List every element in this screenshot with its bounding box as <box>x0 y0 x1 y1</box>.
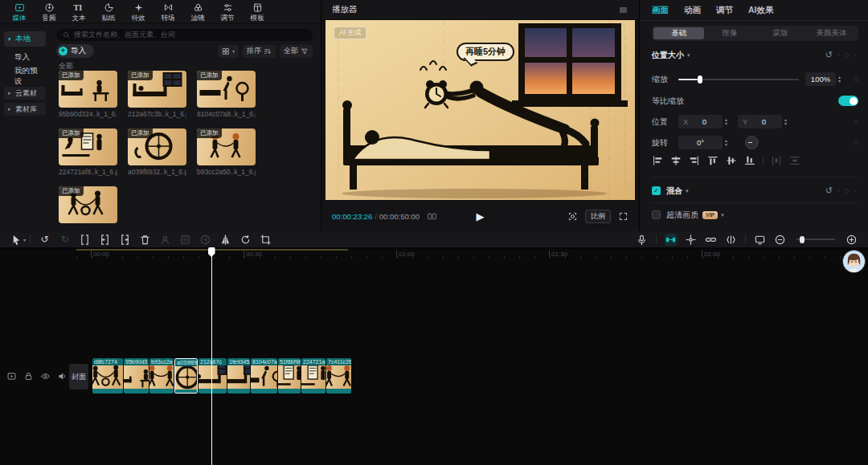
rotate-field[interactable]: 0° <box>678 136 723 149</box>
play-button[interactable]: ▶ <box>477 210 485 222</box>
subtab-抠像[interactable]: 抠像 <box>704 27 755 39</box>
timeline-clip-7c411c26[interactable]: 7c411c26 <box>326 358 351 394</box>
toolbar-item-transition[interactable]: 转场 <box>154 2 182 22</box>
toolbar-item-effects[interactable]: 特效 <box>124 2 153 22</box>
fullscreen-icon[interactable] <box>618 211 628 222</box>
y-stepper[interactable]: ▴▾ <box>784 118 787 126</box>
toolbar-item-media[interactable]: 媒体 <box>5 2 34 22</box>
preview-axis-icon[interactable] <box>725 234 737 246</box>
video-track-icon[interactable] <box>6 371 17 381</box>
filter-button[interactable]: 全部 <box>280 45 313 58</box>
align-middle-vertical-icon[interactable] <box>726 155 737 166</box>
toolbar-item-filter[interactable]: 滤镜 <box>183 2 212 22</box>
x-stepper[interactable]: ▴▾ <box>725 118 727 126</box>
sidebar-item-素材库[interactable]: ▸素材库 <box>4 103 46 116</box>
tab-画面[interactable]: 画面 <box>652 5 669 16</box>
align-left-icon[interactable] <box>652 155 663 166</box>
cover-button[interactable]: 封面 <box>69 364 88 390</box>
zoom-out-icon[interactable] <box>774 234 786 246</box>
reset-icon[interactable]: ↺ <box>825 186 833 195</box>
timeline-clip-8104c07a[interactable]: 8104c07a <box>251 358 277 394</box>
lock-icon[interactable] <box>23 371 34 381</box>
split-icon[interactable] <box>79 234 91 246</box>
slider-thumb[interactable] <box>698 75 702 84</box>
mirror-icon[interactable] <box>219 234 231 246</box>
keyframe-icon[interactable]: ◇ <box>854 75 858 83</box>
timeline-clip-212a67c[interactable]: 212a67c <box>199 358 227 394</box>
sort-button[interactable]: 排序 <box>243 45 276 58</box>
chevron-down-icon[interactable]: ▾ <box>23 237 26 243</box>
media-thumbnail[interactable]: 已添加 <box>59 186 117 223</box>
tab-AI效果[interactable]: AI效果 <box>748 5 774 16</box>
timeline-clip-95b90d3[interactable]: 95b90d3 <box>124 358 149 394</box>
timeline-clip-224721af[interactable]: 224721af <box>301 358 326 394</box>
timeline-zoom-slider[interactable] <box>796 239 835 240</box>
hamburger-menu-icon[interactable] <box>618 5 628 15</box>
video-canvas[interactable]: AI 生成 再睡5分钟 <box>326 20 635 200</box>
align-top-icon[interactable] <box>707 155 719 166</box>
import-button[interactable]: + 导入 <box>56 44 94 58</box>
timeline-clip-d8fc7274[interactable]: d8fc7274 <box>92 358 123 394</box>
align-bottom-icon[interactable] <box>744 155 755 166</box>
collapse-icon[interactable]: ▾ <box>687 52 690 59</box>
subtab-美颜美体[interactable]: 美颜美体 <box>806 27 857 39</box>
hd-checkbox[interactable] <box>652 210 661 219</box>
slider-thumb[interactable] <box>800 236 805 243</box>
toolbar-item-text[interactable]: TI文本 <box>64 2 93 22</box>
position-x-field[interactable]: X 0 <box>678 115 723 128</box>
linkage-icon[interactable] <box>705 234 717 246</box>
sidebar-item-导入[interactable]: 导入 <box>4 50 46 65</box>
timeline-clip-a039f893[interactable]: a039f893 <box>174 358 198 394</box>
record-audio-icon[interactable] <box>636 234 648 246</box>
panel-layout-icon[interactable] <box>754 234 766 246</box>
sidebar-item-云素材[interactable]: ▸云素材 <box>4 87 46 100</box>
scale-value-input[interactable]: 100% <box>805 72 836 86</box>
split-right-icon[interactable] <box>119 234 131 246</box>
rotate-dial[interactable] <box>745 136 759 149</box>
timeline-ruler[interactable]: 00:0000:3001:0001:3002:00 <box>0 249 868 262</box>
media-thumbnail[interactable]: 已添加 <box>59 128 117 165</box>
select-cursor-icon[interactable] <box>10 234 23 246</box>
split-left-icon[interactable] <box>99 234 111 246</box>
focus-detect-icon[interactable] <box>567 211 578 222</box>
position-y-field[interactable]: Y 0 <box>738 115 782 128</box>
reset-icon[interactable]: ↺ <box>825 51 833 59</box>
rotate-icon[interactable] <box>240 234 252 246</box>
scale-stepper[interactable]: ▴▾ <box>838 75 841 84</box>
subtab-蒙版[interactable]: 蒙版 <box>755 27 806 39</box>
align-right-icon[interactable] <box>689 155 700 166</box>
media-thumbnail[interactable]: 已添加 <box>128 128 186 165</box>
sidebar-item-我的预设[interactable]: 我的预设 <box>4 68 46 84</box>
subtab-基础[interactable]: 基础 <box>653 27 704 39</box>
keyframe-icon[interactable]: ◇ <box>854 139 858 146</box>
mute-icon[interactable] <box>57 371 68 381</box>
media-thumbnail[interactable]: 已添加 <box>59 71 117 108</box>
rotate-stepper[interactable]: ▴▾ <box>725 139 727 147</box>
media-thumbnail[interactable]: 已添加 <box>197 128 256 165</box>
visibility-icon[interactable] <box>40 371 51 381</box>
collapse-icon[interactable]: ▾ <box>721 212 724 218</box>
undo-icon[interactable]: ↺ <box>39 234 51 246</box>
blend-checkbox[interactable]: ✓ <box>652 186 661 195</box>
collapse-icon[interactable]: ▾ <box>686 188 689 194</box>
zoom-in-fit-icon[interactable] <box>845 234 858 246</box>
align-center-horizontal-icon[interactable] <box>670 155 682 166</box>
toolbar-item-sticker[interactable]: 贴纸 <box>94 2 123 22</box>
search-input[interactable]: 搜索文件名称、画面元素、台词 <box>56 29 313 41</box>
keyframe-icon[interactable]: ◇ <box>854 118 858 125</box>
delete-icon[interactable] <box>139 234 151 246</box>
playback-quality-icon[interactable] <box>427 211 437 222</box>
toolbar-item-audio[interactable]: 音频 <box>35 2 63 22</box>
user-avatar[interactable] <box>842 250 866 273</box>
timeline-clip-b93cc2a[interactable]: b93cc2a <box>149 358 174 394</box>
auto-snap-icon[interactable] <box>685 234 697 246</box>
media-thumbnail[interactable]: 已添加 <box>197 71 256 108</box>
keyframe-nav[interactable]: ‹ ◇ › <box>837 187 858 194</box>
ratio-button[interactable]: 比例 <box>585 210 611 223</box>
keyframe-nav[interactable]: ‹ ◇ › <box>837 51 858 59</box>
tab-调节[interactable]: 调节 <box>716 5 733 16</box>
crop-icon[interactable] <box>260 234 272 246</box>
timeline-clip-1fe93452[interactable]: 1fe93452 <box>227 358 250 394</box>
tab-动画[interactable]: 动画 <box>684 5 701 16</box>
media-thumbnail[interactable]: 已添加 <box>128 71 186 108</box>
